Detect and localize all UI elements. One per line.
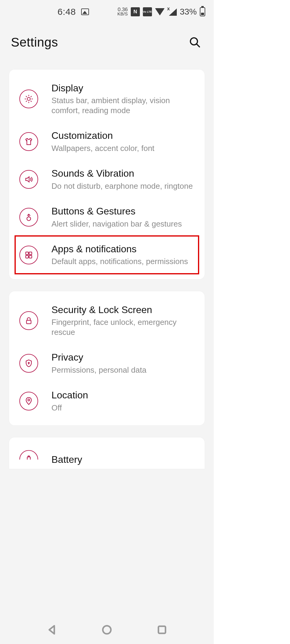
svg-rect-23 (158, 626, 165, 633)
svg-line-1 (197, 44, 199, 47)
lock-icon (19, 311, 38, 330)
settings-item-subtitle: Alert slider, navigation bar & gestures (51, 219, 196, 229)
status-bar: 6:48 0.36 KB/S N Vo LTE x 33% (0, 0, 214, 24)
svg-rect-21 (28, 456, 30, 457)
settings-group-1: Display Status bar, ambient display, vis… (9, 70, 205, 279)
page-title: Settings (11, 35, 58, 50)
settings-item-subtitle: Do not disturb, earphone mode, ringtone (51, 181, 196, 191)
svg-rect-14 (26, 255, 28, 258)
settings-item-display[interactable]: Display Status bar, ambient display, vis… (9, 75, 205, 123)
settings-item-privacy[interactable]: Privacy Permissions, personal data (9, 344, 205, 382)
settings-item-title: Privacy (51, 351, 196, 363)
signal-icon: x (168, 8, 177, 16)
network-speed-icon: 0.36 KB/S (117, 8, 128, 16)
svg-line-8 (31, 101, 31, 102)
settings-group-2: Security & Lock Screen Fingerprint, face… (9, 291, 205, 425)
status-time: 6:48 (58, 7, 76, 17)
search-icon (189, 36, 201, 48)
svg-point-11 (27, 217, 31, 221)
settings-item-title: Apps & notifications (51, 243, 196, 255)
brightness-icon (19, 90, 38, 108)
settings-item-security[interactable]: Security & Lock Screen Fingerprint, face… (9, 297, 205, 344)
settings-item-title: Battery (51, 454, 196, 465)
svg-rect-15 (29, 255, 32, 258)
settings-item-battery[interactable]: Battery (9, 443, 205, 469)
svg-rect-16 (27, 320, 31, 323)
settings-item-sounds[interactable]: Sounds & Vibration Do not disturb, earph… (9, 160, 205, 198)
settings-item-subtitle: Permissions, personal data (51, 365, 196, 375)
volte-icon: Vo LTE (143, 7, 152, 16)
svg-line-7 (26, 96, 27, 97)
phone-screen: 6:48 0.36 KB/S N Vo LTE x 33% Settings (0, 0, 214, 644)
nav-home-button[interactable] (99, 622, 115, 638)
svg-rect-20 (27, 457, 30, 463)
svg-line-10 (31, 96, 31, 97)
svg-rect-12 (26, 252, 28, 255)
svg-line-9 (26, 101, 27, 102)
image-notification-icon (81, 8, 89, 15)
settings-item-subtitle: Fingerprint, face unlock, emergency resc… (51, 317, 196, 337)
battery-settings-icon (19, 450, 38, 469)
settings-item-subtitle: Off (51, 403, 196, 413)
settings-item-title: Sounds & Vibration (51, 168, 196, 179)
settings-item-apps-notifications[interactable]: Apps & notifications Default apps, notif… (15, 236, 199, 274)
search-button[interactable] (187, 34, 203, 50)
settings-group-3: Battery (9, 437, 205, 469)
settings-item-title: Buttons & Gestures (51, 205, 196, 217)
settings-item-subtitle: Status bar, ambient display, vision comf… (51, 96, 196, 115)
settings-item-location[interactable]: Location Off (9, 382, 205, 420)
location-icon (19, 392, 38, 410)
nav-back-button[interactable] (44, 622, 60, 638)
settings-item-subtitle: Default apps, notifications, permissions (51, 257, 196, 266)
battery-icon (200, 7, 205, 16)
gesture-icon (19, 208, 38, 227)
android-nav-bar (0, 615, 214, 644)
shield-icon (19, 354, 38, 373)
settings-item-title: Display (51, 82, 196, 94)
svg-point-17 (28, 362, 29, 364)
page-header: Settings (0, 24, 214, 65)
tshirt-icon (19, 132, 38, 151)
apps-icon (19, 246, 38, 264)
battery-percentage: 33% (180, 7, 197, 17)
sound-icon (19, 170, 38, 189)
settings-item-customization[interactable]: Customization Wallpapers, accent color, … (9, 123, 205, 160)
svg-point-22 (103, 626, 111, 634)
svg-point-2 (27, 97, 30, 100)
svg-point-19 (28, 399, 30, 401)
nav-recents-button[interactable] (154, 622, 170, 638)
settings-item-subtitle: Wallpapers, accent color, font (51, 143, 196, 153)
settings-item-title: Location (51, 389, 196, 401)
nfc-icon: N (131, 7, 140, 16)
settings-item-title: Customization (51, 130, 196, 141)
settings-item-buttons-gestures[interactable]: Buttons & Gestures Alert slider, navigat… (9, 198, 205, 236)
settings-item-title: Security & Lock Screen (51, 304, 196, 315)
svg-rect-13 (29, 252, 32, 255)
blank-right-gutter (214, 0, 290, 644)
wifi-icon (155, 8, 165, 15)
